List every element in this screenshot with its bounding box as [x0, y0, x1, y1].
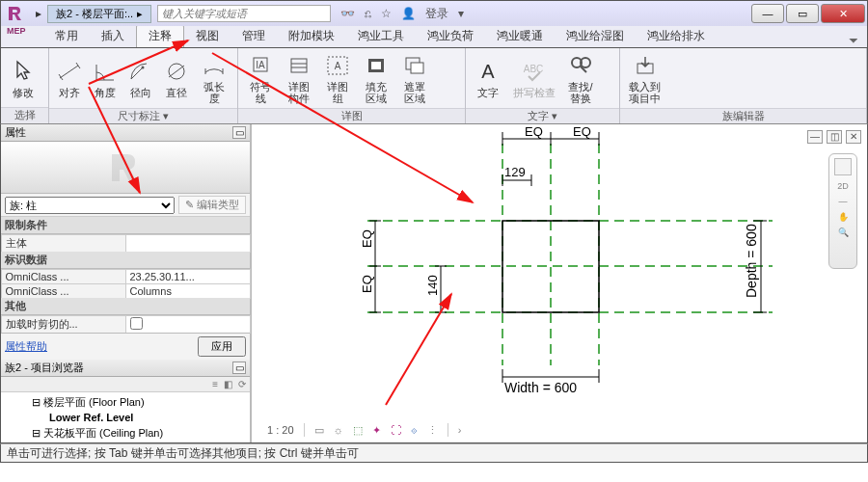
omni-title-val[interactable]: Columns: [125, 283, 251, 299]
detail-comp-icon: [285, 52, 312, 79]
aligned-dim-button[interactable]: 对齐: [53, 56, 87, 100]
comm-icon[interactable]: ⎌: [365, 7, 371, 20]
maximize-button[interactable]: ▭: [786, 4, 819, 23]
browser-tool-icon[interactable]: ≡: [212, 379, 218, 389]
browser-tree[interactable]: ⊟ 楼层平面 (Floor Plan) Lower Ref. Level ⊟ 天…: [1, 392, 250, 442]
host-key: 主体: [1, 234, 126, 253]
app-icon[interactable]: [5, 3, 26, 24]
diameter-dim-button[interactable]: 直径: [160, 56, 194, 100]
tab-view[interactable]: 视图: [184, 25, 231, 47]
help-dropdown-icon[interactable]: ▾: [458, 7, 464, 20]
browser-tool-icon[interactable]: ⟳: [238, 379, 246, 389]
scale-label[interactable]: 1 : 20: [267, 424, 294, 436]
search-box[interactable]: [157, 5, 331, 22]
tree-node-lower-ref[interactable]: Lower Ref. Level: [5, 410, 246, 425]
tab-hy-hvac[interactable]: 鸿业暖通: [485, 25, 555, 47]
cut-val[interactable]: [125, 315, 251, 334]
detail-group-button[interactable]: A 详图 组: [319, 50, 356, 106]
svg-rect-16: [371, 62, 381, 69]
omni-num-val[interactable]: 23.25.30.11...: [125, 269, 251, 284]
aligned-icon: [56, 58, 83, 85]
tree-node-floorplans[interactable]: ⊟ 楼层平面 (Floor Plan): [5, 394, 246, 410]
radial-dim-button[interactable]: 径向: [124, 56, 158, 100]
angular-dim-button[interactable]: 角度: [89, 56, 122, 100]
svg-text:IA: IA: [256, 60, 265, 70]
vb-icon[interactable]: ▭: [314, 424, 324, 437]
vb-icon[interactable]: ⟐: [411, 424, 418, 436]
aligned-label: 对齐: [59, 87, 80, 98]
group-dim-label: 尺寸标注 ▾: [49, 108, 237, 123]
group-text-label: 文字 ▾: [466, 108, 619, 123]
type-selector[interactable]: 族: 柱: [5, 197, 175, 214]
svg-line-1: [59, 74, 63, 80]
find-replace-button[interactable]: 查找/ 替换: [562, 50, 599, 106]
tab-annotate[interactable]: 注释: [136, 24, 184, 47]
browser-close-icon[interactable]: ▭: [232, 362, 246, 374]
apply-button[interactable]: 应用: [198, 336, 246, 357]
quick-access-toolbar: ▸: [30, 7, 47, 20]
browser-header[interactable]: 族2 - 项目浏览器 ▭: [1, 360, 250, 377]
star-icon[interactable]: ☆: [381, 7, 392, 20]
svg-line-0: [60, 66, 78, 78]
properties-header[interactable]: 属性 ▭: [1, 124, 250, 142]
login-link[interactable]: 登录: [425, 6, 448, 22]
tab-hy-plumb[interactable]: 鸿业给排水: [636, 25, 717, 47]
vb-icon[interactable]: ☼: [334, 424, 343, 436]
load-into-project-button[interactable]: 载入到 项目中: [624, 50, 665, 106]
tab-hy-psych[interactable]: 鸿业给湿图: [555, 25, 636, 47]
angular-icon: [92, 58, 119, 85]
text-button[interactable]: A 文字: [470, 56, 506, 100]
spell-label: 拼写检查: [513, 87, 556, 98]
browser-toolbar: ≡ ◧ ⟳: [1, 377, 250, 392]
cut-checkbox[interactable]: [130, 317, 143, 330]
dim-eq-2: EQ: [573, 124, 591, 139]
tab-manage[interactable]: 管理: [231, 25, 277, 47]
dim-129: 129: [504, 165, 526, 179]
detail-comp-button[interactable]: 详图 构件: [281, 50, 317, 106]
ribbon-overflow-icon[interactable]: ⏷: [840, 34, 867, 47]
type-selector-row: 族: 柱 ✎编辑类型: [1, 194, 250, 217]
vb-icon[interactable]: ⋮: [427, 424, 438, 437]
text-icon: A: [475, 58, 502, 85]
filled-icon: [363, 52, 390, 79]
arc-dim-button[interactable]: 弧长度: [196, 50, 233, 106]
tab-common[interactable]: 常用: [43, 25, 90, 47]
tab-hy-load[interactable]: 鸿业负荷: [416, 25, 485, 47]
symbol-line-button[interactable]: IA 符号 线: [242, 50, 279, 106]
modify-button[interactable]: 修改: [5, 56, 41, 100]
tree-node-lower-ref-2[interactable]: Lower Ref. Level: [5, 441, 246, 442]
qat-arrow-icon[interactable]: ▸: [36, 7, 41, 20]
type-preview: [1, 142, 250, 194]
section-constraints: 限制条件: [1, 217, 250, 234]
properties-help-link[interactable]: 属性帮助: [5, 339, 47, 354]
filled-region-button[interactable]: 填充 区域: [358, 50, 394, 106]
minimize-button[interactable]: —: [751, 4, 784, 23]
vb-icon[interactable]: ✦: [372, 424, 381, 437]
mask-region-button[interactable]: 遮罩 区域: [396, 50, 433, 106]
tab-insert[interactable]: 插入: [90, 25, 136, 47]
tab-hy-tools[interactable]: 鸿业工具: [346, 25, 416, 47]
svg-line-2: [76, 63, 80, 68]
user-icon[interactable]: 👤: [401, 7, 416, 20]
properties-title: 属性: [5, 125, 26, 140]
browser-tool-icon[interactable]: ◧: [224, 379, 232, 389]
vb-icon[interactable]: ⛶: [391, 424, 401, 436]
host-val[interactable]: [125, 234, 251, 253]
spellcheck-button: ABC 拼写检查: [508, 56, 560, 100]
svg-text:A: A: [335, 61, 341, 71]
detail-group-icon: A: [324, 52, 351, 79]
edit-type-button[interactable]: ✎编辑类型: [178, 196, 246, 214]
filled-label: 填充 区域: [366, 81, 387, 104]
close-button[interactable]: ✕: [821, 4, 865, 23]
tab-addins[interactable]: 附加模块: [277, 25, 346, 47]
spell-icon: ABC: [521, 58, 548, 85]
properties-close-icon[interactable]: ▭: [232, 126, 246, 139]
vb-icon[interactable]: ⬚: [353, 424, 363, 437]
binoculars-icon[interactable]: 👓: [340, 7, 355, 20]
search-input[interactable]: [157, 5, 331, 22]
vb-chevron-icon[interactable]: ›: [458, 424, 462, 436]
section-other: 其他: [1, 298, 250, 315]
document-tab[interactable]: 族2 - 楼层平面:.. ▸: [47, 5, 151, 23]
drawing-canvas[interactable]: — ◫ ✕ 2D — ✋ 🔍: [252, 124, 867, 442]
tree-node-ceilingplans[interactable]: ⊟ 天花板平面 (Ceiling Plan): [5, 425, 246, 441]
